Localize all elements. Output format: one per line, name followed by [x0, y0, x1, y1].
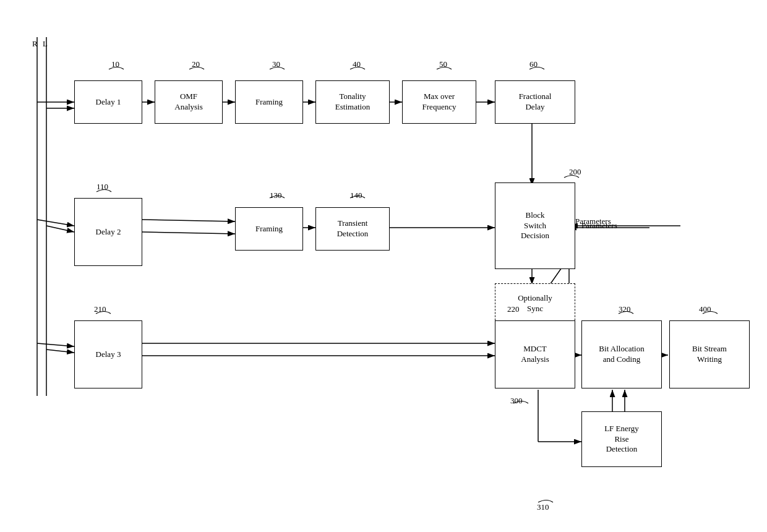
framing1-label: Framing: [255, 97, 283, 108]
transdet-label: TransientDetection: [337, 218, 369, 239]
delay3-label: Delay 3: [96, 350, 121, 360]
blockswitch-block: BlockSwitchDecision: [495, 182, 575, 269]
svg-line-17: [142, 232, 235, 234]
optsync-block: OptionallySync: [495, 283, 575, 324]
bitalloc-block: Bit Allocationand Coding: [581, 320, 662, 388]
svg-line-15: [46, 226, 74, 232]
refnum-400: 400: [699, 304, 711, 314]
refnum-10: 10: [111, 59, 119, 69]
bitstream-block: Bit StreamWriting: [669, 320, 750, 388]
refnum-200: 200: [569, 167, 581, 177]
delay2-label: Delay 2: [96, 227, 121, 238]
refnum-30: 30: [272, 59, 280, 69]
refnum-310: 310: [537, 502, 549, 512]
framing1-block: Framing: [235, 80, 303, 124]
parameters-label: Parameters: [581, 221, 617, 231]
optsync-label: OptionallySync: [518, 293, 552, 314]
bitalloc-label: Bit Allocationand Coding: [599, 344, 644, 365]
refnum-210: 210: [94, 304, 106, 314]
refnum-40: 40: [353, 59, 361, 69]
svg-text:R: R: [32, 39, 38, 48]
svg-line-14: [37, 220, 74, 226]
fracdel-label: FractionalDelay: [519, 92, 552, 113]
svg-line-26: [46, 350, 74, 353]
tonality-label: TonalityEstimation: [335, 92, 370, 113]
maxfreq-label: Max overFrequency: [422, 92, 456, 113]
lfenergy-block: LF EnergyRiseDetection: [581, 411, 662, 467]
fracdel-block: FractionalDelay: [495, 80, 575, 124]
refnum-50: 50: [439, 59, 447, 69]
refnum-320: 320: [619, 304, 631, 314]
svg-text:L: L: [43, 39, 48, 48]
mdct-label: MDCTAnalysis: [521, 344, 549, 365]
refnum-140: 140: [350, 191, 362, 200]
tonality-block: TonalityEstimation: [315, 80, 390, 124]
delay1-label: Delay 1: [96, 97, 121, 108]
refnum-300: 300: [510, 396, 523, 406]
omf-label: OMFAnalysis: [174, 92, 203, 113]
delay1-block: Delay 1: [74, 80, 142, 124]
framing2-label: Framing: [255, 224, 283, 234]
svg-line-25: [37, 343, 74, 346]
blockswitch-label: BlockSwitchDecision: [521, 210, 549, 242]
refnum-130: 130: [270, 191, 282, 200]
refnum-60: 60: [529, 59, 538, 69]
delay3-block: Delay 3: [74, 320, 142, 388]
refnum-20: 20: [192, 59, 200, 69]
transdet-block: TransientDetection: [315, 207, 390, 251]
lfenergy-label: LF EnergyRiseDetection: [604, 424, 639, 455]
bitstream-label: Bit StreamWriting: [692, 344, 727, 365]
refnum-220: 220: [507, 304, 520, 314]
delay2-block: Delay 2: [74, 198, 142, 266]
mdct-block: MDCTAnalysis: [495, 320, 575, 388]
svg-line-16: [142, 220, 235, 221]
omf-block: OMFAnalysis: [155, 80, 223, 124]
maxfreq-block: Max overFrequency: [402, 80, 476, 124]
framing2-block: Framing: [235, 207, 303, 251]
refnum-110: 110: [96, 182, 108, 192]
